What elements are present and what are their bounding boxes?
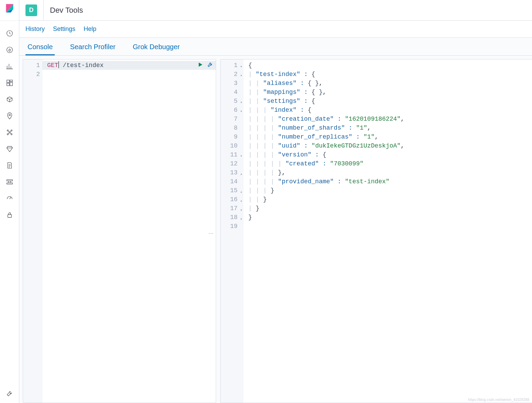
dev-tools-icon[interactable] — [6, 390, 14, 398]
pane-resize-handle[interactable]: ⋮ — [206, 231, 215, 235]
svg-point-13 — [11, 134, 12, 135]
response-gutter: 12345678910111213141516171819 — [221, 59, 243, 403]
svg-rect-15 — [7, 180, 12, 181]
svg-rect-16 — [7, 183, 12, 184]
page-header: D Dev Tools — [19, 0, 532, 21]
svg-point-4 — [7, 47, 12, 53]
sidebar — [0, 0, 19, 403]
apm-icon[interactable] — [6, 178, 14, 186]
siem-icon[interactable] — [6, 145, 14, 153]
dashboard-icon[interactable] — [6, 79, 14, 87]
text-cursor — [58, 61, 59, 68]
page-title: Dev Tools — [43, 0, 83, 21]
tab-search-profiler[interactable]: Search Profiler — [68, 39, 117, 55]
svg-rect-8 — [7, 83, 9, 86]
discover-icon[interactable] — [6, 46, 14, 54]
kibana-logo[interactable] — [5, 3, 14, 13]
console-toolbar: History Settings Help — [19, 21, 532, 38]
response-viewer[interactable]: 12345678910111213141516171819 { | "test-… — [220, 59, 532, 403]
request-editor[interactable]: 1 2 GET /test-index ⋮ — [23, 59, 216, 403]
maps-icon[interactable] — [6, 112, 14, 120]
help-link[interactable]: Help — [84, 25, 96, 33]
console-split: 1 2 GET /test-index ⋮ 123456789101112131… — [19, 56, 532, 403]
wrench-icon[interactable] — [207, 62, 214, 71]
sidebar-separator — [0, 21, 19, 21]
svg-point-9 — [9, 114, 10, 116]
svg-point-10 — [7, 130, 8, 131]
tab-grok-debugger[interactable]: Grok Debugger — [131, 39, 182, 55]
settings-link[interactable]: Settings — [53, 25, 75, 33]
logs-icon[interactable] — [6, 161, 14, 170]
recent-icon[interactable] — [6, 29, 14, 37]
main-area: D Dev Tools History Settings Help Consol… — [19, 0, 532, 403]
request-path: /test-index — [63, 62, 104, 69]
security-icon[interactable] — [6, 211, 14, 219]
svg-rect-17 — [8, 215, 11, 217]
svg-rect-5 — [7, 80, 9, 83]
tab-bar: Console Search Profiler Grok Debugger — [19, 38, 532, 56]
history-link[interactable]: History — [25, 25, 45, 33]
request-code[interactable]: GET /test-index — [42, 59, 216, 70]
app-badge: D — [25, 4, 37, 16]
response-code[interactable]: { | "test-index" : { | | "aliases" : { }… — [243, 59, 532, 403]
http-method: GET — [47, 62, 58, 69]
graph-icon[interactable] — [6, 128, 14, 137]
request-gutter: 1 2 — [23, 59, 42, 403]
canvas-icon[interactable] — [6, 95, 14, 104]
svg-point-14 — [9, 132, 10, 133]
visualize-icon[interactable] — [6, 62, 14, 70]
svg-point-12 — [7, 134, 8, 135]
play-icon[interactable] — [197, 62, 203, 71]
tab-console[interactable]: Console — [25, 39, 55, 55]
uptime-icon[interactable] — [6, 194, 14, 203]
svg-rect-7 — [10, 82, 12, 86]
svg-point-11 — [11, 130, 12, 131]
svg-rect-6 — [10, 80, 12, 82]
